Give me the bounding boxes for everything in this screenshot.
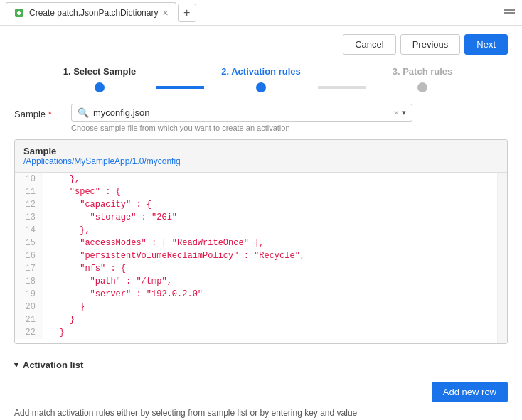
step-1-label: 1. Select Sample bbox=[63, 66, 137, 77]
sample-panel: Sample /Applications/MySampleApp/1.0/myc… bbox=[14, 139, 508, 344]
line-content: "accessModes" : [ "ReadWriteOnce" ], bbox=[43, 237, 264, 249]
sample-label: Sample * bbox=[14, 104, 71, 119]
cancel-button[interactable]: Cancel bbox=[343, 34, 395, 55]
code-line: 10 }, bbox=[15, 173, 507, 185]
step-1-dot bbox=[95, 82, 105, 92]
svg-rect-3 bbox=[504, 9, 515, 11]
tab-close-button[interactable]: × bbox=[162, 7, 168, 18]
line-content: "capacity" : { bbox=[43, 198, 151, 211]
step-3-label: 3. Patch rules bbox=[393, 66, 453, 77]
code-line: 18 "path" : "/tmp", bbox=[15, 275, 507, 288]
code-line: 20 } bbox=[15, 301, 507, 313]
new-tab-button[interactable]: + bbox=[178, 4, 196, 22]
line-number: 18 bbox=[15, 275, 43, 288]
line-content: "storage" : "2Gi" bbox=[43, 211, 177, 224]
code-line: 15 "accessModes" : [ "ReadWriteOnce" ], bbox=[15, 237, 507, 249]
line-number: 13 bbox=[15, 211, 43, 224]
activation-section: ▾ Activation list Add new row bbox=[14, 355, 508, 402]
sample-hint: Choose sample file from which you want t… bbox=[71, 124, 412, 132]
window-expand-button[interactable] bbox=[502, 4, 516, 21]
line-number: 11 bbox=[15, 185, 43, 198]
top-buttons: Cancel Previous Next bbox=[14, 34, 508, 55]
sample-panel-path: /Applications/MySampleApp/1.0/myconfig bbox=[23, 156, 499, 166]
line-content: }, bbox=[43, 173, 80, 185]
window-tab[interactable]: Create patch.JsonPatchDictionary × bbox=[6, 2, 176, 23]
step-2-label: 2. Activation rules bbox=[221, 66, 301, 77]
sample-input[interactable] bbox=[93, 107, 393, 118]
line-number: 19 bbox=[15, 288, 43, 301]
sample-input-col: 🔍 × ▾ Choose sample file from which you … bbox=[71, 104, 412, 132]
dropdown-arrow-icon[interactable]: ▾ bbox=[402, 108, 406, 117]
code-line: 11 "spec" : { bbox=[15, 185, 507, 198]
code-line: 17 "nfs" : { bbox=[15, 262, 507, 275]
sample-input-wrapper[interactable]: 🔍 × ▾ bbox=[71, 104, 412, 122]
add-row-row: Add new row bbox=[14, 382, 508, 402]
step-2: 2. Activation rules bbox=[204, 66, 318, 92]
line-content: }, bbox=[43, 224, 90, 237]
line-content: "server" : "192.0.2.0" bbox=[43, 288, 203, 301]
patch-icon bbox=[14, 7, 25, 18]
code-area[interactable]: 10 },11 "spec" : {12 "capacity" : {13 "s… bbox=[15, 173, 507, 343]
search-icon: 🔍 bbox=[78, 107, 89, 118]
line-number: 10 bbox=[15, 173, 43, 185]
line-content: } bbox=[43, 301, 85, 313]
steps-bar: 1. Select Sample 2. Activation rules 3. … bbox=[14, 66, 508, 92]
line-number: 20 bbox=[15, 301, 43, 313]
step-2-dot bbox=[256, 82, 266, 92]
line-content: } bbox=[43, 326, 65, 339]
line-content: "path" : "/tmp", bbox=[43, 275, 172, 288]
code-line: 13 "storage" : "2Gi" bbox=[15, 211, 507, 224]
line-number: 17 bbox=[15, 262, 43, 275]
sample-panel-header: Sample /Applications/MySampleApp/1.0/myc… bbox=[15, 140, 507, 173]
line-number: 21 bbox=[15, 313, 43, 326]
line-number: 22 bbox=[15, 326, 43, 339]
line-content: "persistentVolumeReclaimPolicy" : "Recyc… bbox=[43, 249, 305, 262]
svg-rect-4 bbox=[504, 12, 515, 14]
content-area: Cancel Previous Next 1. Select Sample 2.… bbox=[0, 26, 522, 420]
line-content: "nfs" : { bbox=[43, 262, 126, 275]
window-bar: Create patch.JsonPatchDictionary × + bbox=[0, 0, 522, 26]
line-content: } bbox=[43, 313, 75, 326]
code-line: 16 "persistentVolumeReclaimPolicy" : "Re… bbox=[15, 249, 507, 262]
next-button[interactable]: Next bbox=[464, 34, 508, 55]
activation-list-toggle[interactable]: ▾ Activation list bbox=[14, 355, 508, 375]
line-content: "spec" : { bbox=[43, 185, 121, 198]
step-3-dot bbox=[417, 82, 427, 92]
tab-title: Create patch.JsonPatchDictionary bbox=[29, 8, 158, 18]
clear-input-button[interactable]: × bbox=[393, 107, 399, 118]
line-number: 14 bbox=[15, 224, 43, 237]
line-number: 16 bbox=[15, 249, 43, 262]
step-connector-1 bbox=[156, 86, 204, 89]
code-line: 12 "capacity" : { bbox=[15, 198, 507, 211]
previous-button[interactable]: Previous bbox=[400, 34, 461, 55]
line-number: 15 bbox=[15, 237, 43, 249]
footer-hint: Add match activation rules either by sel… bbox=[14, 408, 508, 418]
code-line: 14 }, bbox=[15, 224, 507, 237]
svg-rect-2 bbox=[18, 11, 20, 15]
sample-field-row: Sample * 🔍 × ▾ Choose sample file from w… bbox=[14, 104, 508, 132]
code-line: 19 "server" : "192.0.2.0" bbox=[15, 288, 507, 301]
line-number: 12 bbox=[15, 198, 43, 211]
chevron-down-icon: ▾ bbox=[14, 360, 18, 370]
step-3: 3. Patch rules bbox=[366, 66, 479, 92]
sample-panel-title: Sample bbox=[23, 146, 499, 156]
code-line: 21 } bbox=[15, 313, 507, 326]
code-scrollbar[interactable] bbox=[497, 173, 507, 343]
activation-list-label: Activation list bbox=[23, 360, 83, 370]
code-line: 22 } bbox=[15, 326, 507, 339]
step-1: 1. Select Sample bbox=[43, 66, 156, 92]
step-connector-2 bbox=[318, 86, 366, 89]
add-new-row-button[interactable]: Add new row bbox=[432, 382, 508, 402]
